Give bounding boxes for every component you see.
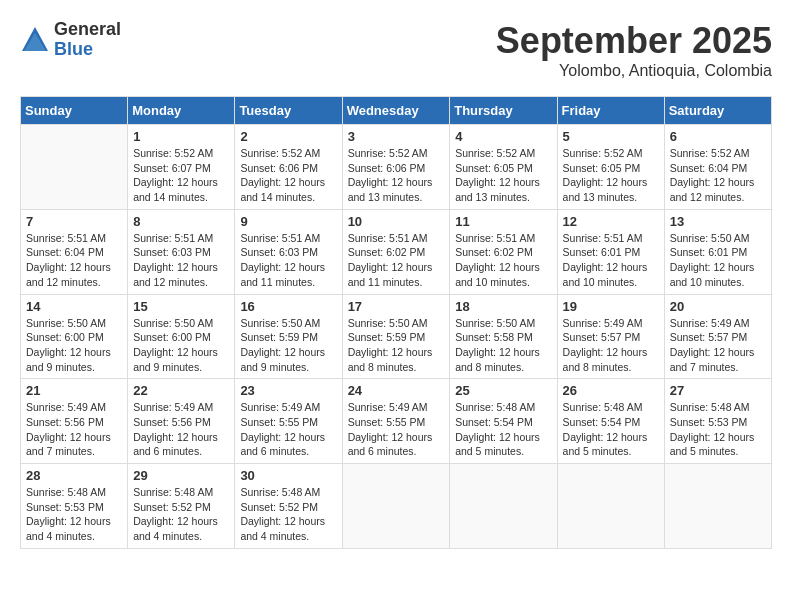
day-number: 16 bbox=[240, 299, 336, 314]
day-info: Sunrise: 5:49 AM Sunset: 5:56 PM Dayligh… bbox=[26, 400, 122, 459]
logo-general: General bbox=[54, 20, 121, 40]
day-info: Sunrise: 5:51 AM Sunset: 6:03 PM Dayligh… bbox=[133, 231, 229, 290]
day-number: 9 bbox=[240, 214, 336, 229]
calendar-cell: 13Sunrise: 5:50 AM Sunset: 6:01 PM Dayli… bbox=[664, 209, 771, 294]
calendar-cell: 1Sunrise: 5:52 AM Sunset: 6:07 PM Daylig… bbox=[128, 125, 235, 210]
day-number: 6 bbox=[670, 129, 766, 144]
day-number: 5 bbox=[563, 129, 659, 144]
title-area: September 2025 Yolombo, Antioquia, Colom… bbox=[496, 20, 772, 80]
logo-icon bbox=[20, 25, 50, 55]
calendar-cell: 5Sunrise: 5:52 AM Sunset: 6:05 PM Daylig… bbox=[557, 125, 664, 210]
day-number: 8 bbox=[133, 214, 229, 229]
day-info: Sunrise: 5:50 AM Sunset: 6:00 PM Dayligh… bbox=[133, 316, 229, 375]
day-number: 17 bbox=[348, 299, 445, 314]
location-subtitle: Yolombo, Antioquia, Colombia bbox=[496, 62, 772, 80]
day-info: Sunrise: 5:49 AM Sunset: 5:57 PM Dayligh… bbox=[563, 316, 659, 375]
weekday-header-tuesday: Tuesday bbox=[235, 97, 342, 125]
weekday-header-thursday: Thursday bbox=[450, 97, 557, 125]
day-info: Sunrise: 5:48 AM Sunset: 5:54 PM Dayligh… bbox=[563, 400, 659, 459]
calendar-week-3: 14Sunrise: 5:50 AM Sunset: 6:00 PM Dayli… bbox=[21, 294, 772, 379]
calendar-cell bbox=[664, 464, 771, 549]
day-info: Sunrise: 5:52 AM Sunset: 6:06 PM Dayligh… bbox=[240, 146, 336, 205]
day-info: Sunrise: 5:52 AM Sunset: 6:06 PM Dayligh… bbox=[348, 146, 445, 205]
calendar-cell: 9Sunrise: 5:51 AM Sunset: 6:03 PM Daylig… bbox=[235, 209, 342, 294]
day-number: 24 bbox=[348, 383, 445, 398]
calendar-cell: 23Sunrise: 5:49 AM Sunset: 5:55 PM Dayli… bbox=[235, 379, 342, 464]
day-number: 13 bbox=[670, 214, 766, 229]
calendar-cell: 20Sunrise: 5:49 AM Sunset: 5:57 PM Dayli… bbox=[664, 294, 771, 379]
logo-blue: Blue bbox=[54, 40, 121, 60]
calendar-cell bbox=[21, 125, 128, 210]
day-info: Sunrise: 5:49 AM Sunset: 5:57 PM Dayligh… bbox=[670, 316, 766, 375]
day-info: Sunrise: 5:48 AM Sunset: 5:52 PM Dayligh… bbox=[133, 485, 229, 544]
day-number: 25 bbox=[455, 383, 551, 398]
day-number: 19 bbox=[563, 299, 659, 314]
day-number: 28 bbox=[26, 468, 122, 483]
calendar-cell: 27Sunrise: 5:48 AM Sunset: 5:53 PM Dayli… bbox=[664, 379, 771, 464]
day-info: Sunrise: 5:48 AM Sunset: 5:52 PM Dayligh… bbox=[240, 485, 336, 544]
day-number: 27 bbox=[670, 383, 766, 398]
day-info: Sunrise: 5:49 AM Sunset: 5:55 PM Dayligh… bbox=[348, 400, 445, 459]
calendar-week-4: 21Sunrise: 5:49 AM Sunset: 5:56 PM Dayli… bbox=[21, 379, 772, 464]
calendar-cell bbox=[342, 464, 450, 549]
day-number: 20 bbox=[670, 299, 766, 314]
calendar-cell: 19Sunrise: 5:49 AM Sunset: 5:57 PM Dayli… bbox=[557, 294, 664, 379]
calendar-cell: 7Sunrise: 5:51 AM Sunset: 6:04 PM Daylig… bbox=[21, 209, 128, 294]
day-number: 30 bbox=[240, 468, 336, 483]
calendar-cell: 26Sunrise: 5:48 AM Sunset: 5:54 PM Dayli… bbox=[557, 379, 664, 464]
weekday-header-saturday: Saturday bbox=[664, 97, 771, 125]
day-info: Sunrise: 5:50 AM Sunset: 5:59 PM Dayligh… bbox=[240, 316, 336, 375]
day-info: Sunrise: 5:48 AM Sunset: 5:53 PM Dayligh… bbox=[26, 485, 122, 544]
weekday-header-wednesday: Wednesday bbox=[342, 97, 450, 125]
calendar-cell: 17Sunrise: 5:50 AM Sunset: 5:59 PM Dayli… bbox=[342, 294, 450, 379]
day-info: Sunrise: 5:51 AM Sunset: 6:03 PM Dayligh… bbox=[240, 231, 336, 290]
day-info: Sunrise: 5:52 AM Sunset: 6:05 PM Dayligh… bbox=[563, 146, 659, 205]
day-info: Sunrise: 5:50 AM Sunset: 6:00 PM Dayligh… bbox=[26, 316, 122, 375]
logo-text: General Blue bbox=[54, 20, 121, 60]
day-info: Sunrise: 5:49 AM Sunset: 5:56 PM Dayligh… bbox=[133, 400, 229, 459]
day-info: Sunrise: 5:51 AM Sunset: 6:01 PM Dayligh… bbox=[563, 231, 659, 290]
calendar-cell bbox=[450, 464, 557, 549]
calendar-cell: 12Sunrise: 5:51 AM Sunset: 6:01 PM Dayli… bbox=[557, 209, 664, 294]
calendar-week-5: 28Sunrise: 5:48 AM Sunset: 5:53 PM Dayli… bbox=[21, 464, 772, 549]
day-number: 15 bbox=[133, 299, 229, 314]
calendar-cell: 28Sunrise: 5:48 AM Sunset: 5:53 PM Dayli… bbox=[21, 464, 128, 549]
day-number: 11 bbox=[455, 214, 551, 229]
day-number: 18 bbox=[455, 299, 551, 314]
day-info: Sunrise: 5:51 AM Sunset: 6:02 PM Dayligh… bbox=[348, 231, 445, 290]
day-number: 12 bbox=[563, 214, 659, 229]
day-info: Sunrise: 5:48 AM Sunset: 5:54 PM Dayligh… bbox=[455, 400, 551, 459]
calendar-cell: 2Sunrise: 5:52 AM Sunset: 6:06 PM Daylig… bbox=[235, 125, 342, 210]
day-number: 22 bbox=[133, 383, 229, 398]
weekday-header-row: SundayMondayTuesdayWednesdayThursdayFrid… bbox=[21, 97, 772, 125]
day-number: 26 bbox=[563, 383, 659, 398]
header: General Blue September 2025 Yolombo, Ant… bbox=[20, 20, 772, 80]
day-info: Sunrise: 5:50 AM Sunset: 6:01 PM Dayligh… bbox=[670, 231, 766, 290]
calendar-cell: 10Sunrise: 5:51 AM Sunset: 6:02 PM Dayli… bbox=[342, 209, 450, 294]
day-number: 21 bbox=[26, 383, 122, 398]
day-info: Sunrise: 5:48 AM Sunset: 5:53 PM Dayligh… bbox=[670, 400, 766, 459]
calendar-cell: 25Sunrise: 5:48 AM Sunset: 5:54 PM Dayli… bbox=[450, 379, 557, 464]
day-info: Sunrise: 5:52 AM Sunset: 6:07 PM Dayligh… bbox=[133, 146, 229, 205]
calendar-cell: 3Sunrise: 5:52 AM Sunset: 6:06 PM Daylig… bbox=[342, 125, 450, 210]
calendar-cell: 16Sunrise: 5:50 AM Sunset: 5:59 PM Dayli… bbox=[235, 294, 342, 379]
calendar-cell: 22Sunrise: 5:49 AM Sunset: 5:56 PM Dayli… bbox=[128, 379, 235, 464]
calendar-cell: 8Sunrise: 5:51 AM Sunset: 6:03 PM Daylig… bbox=[128, 209, 235, 294]
calendar-cell: 24Sunrise: 5:49 AM Sunset: 5:55 PM Dayli… bbox=[342, 379, 450, 464]
day-number: 4 bbox=[455, 129, 551, 144]
calendar-cell: 4Sunrise: 5:52 AM Sunset: 6:05 PM Daylig… bbox=[450, 125, 557, 210]
calendar-cell: 21Sunrise: 5:49 AM Sunset: 5:56 PM Dayli… bbox=[21, 379, 128, 464]
calendar-cell: 18Sunrise: 5:50 AM Sunset: 5:58 PM Dayli… bbox=[450, 294, 557, 379]
day-info: Sunrise: 5:51 AM Sunset: 6:02 PM Dayligh… bbox=[455, 231, 551, 290]
day-number: 23 bbox=[240, 383, 336, 398]
month-title: September 2025 bbox=[496, 20, 772, 62]
calendar-table: SundayMondayTuesdayWednesdayThursdayFrid… bbox=[20, 96, 772, 549]
calendar-week-2: 7Sunrise: 5:51 AM Sunset: 6:04 PM Daylig… bbox=[21, 209, 772, 294]
calendar-cell bbox=[557, 464, 664, 549]
weekday-header-monday: Monday bbox=[128, 97, 235, 125]
calendar-cell: 15Sunrise: 5:50 AM Sunset: 6:00 PM Dayli… bbox=[128, 294, 235, 379]
day-number: 14 bbox=[26, 299, 122, 314]
logo: General Blue bbox=[20, 20, 121, 60]
weekday-header-friday: Friday bbox=[557, 97, 664, 125]
calendar-cell: 29Sunrise: 5:48 AM Sunset: 5:52 PM Dayli… bbox=[128, 464, 235, 549]
